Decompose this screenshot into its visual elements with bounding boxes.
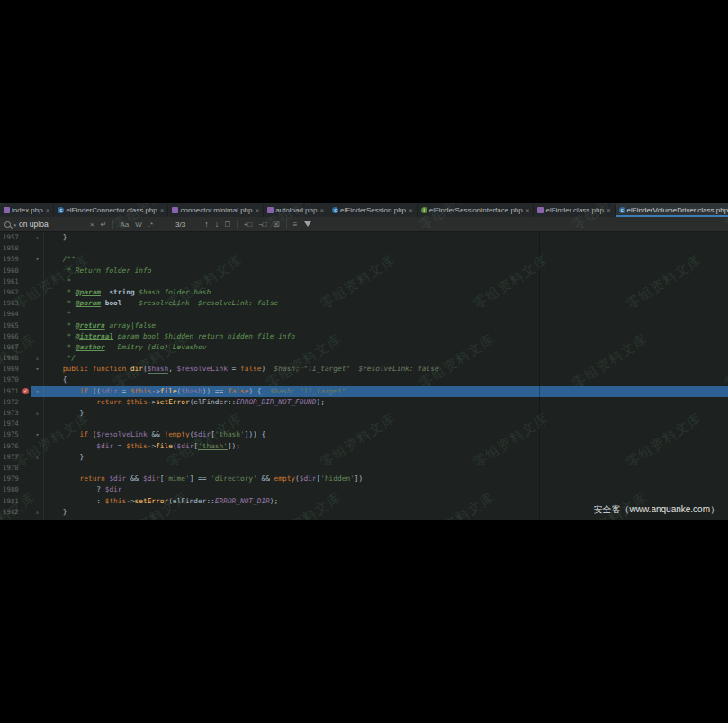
gutter-space[interactable]	[22, 452, 31, 463]
fold-up-icon[interactable]: ▵	[31, 452, 43, 463]
fold-down-icon[interactable]: ▿	[31, 386, 43, 397]
line-number[interactable]: 1977	[0, 452, 22, 463]
gutter-space[interactable]	[22, 484, 31, 495]
line-number[interactable]: 1962	[0, 287, 22, 298]
code-text[interactable]: return $this->setError(elFinder::ERROR_D…	[43, 397, 728, 408]
gutter-space[interactable]	[22, 254, 31, 265]
line-number[interactable]: 1965	[0, 321, 22, 331]
line-number[interactable]: 1982	[0, 507, 22, 518]
code-text[interactable]: *	[43, 276, 728, 287]
line-number[interactable]: 1983	[0, 518, 22, 520]
code-text[interactable]	[43, 463, 728, 474]
gutter-space[interactable]	[22, 287, 31, 298]
line-number[interactable]: 1968	[0, 353, 22, 364]
gutter-space[interactable]	[22, 232, 31, 243]
gutter-space[interactable]	[22, 397, 31, 408]
gutter-space[interactable]	[22, 353, 31, 364]
gutter-space[interactable]	[22, 342, 31, 353]
code-text[interactable]: ? $dir	[43, 484, 728, 495]
line-number[interactable]: 1967	[0, 342, 22, 353]
gutter-space[interactable]	[22, 518, 31, 520]
select-all-matches-button[interactable]: □	[225, 220, 229, 229]
fold-up-icon[interactable]: ▵	[31, 408, 43, 419]
code-text[interactable]: public function dir($hash, $resolveLink …	[43, 364, 728, 375]
fold-down-icon[interactable]: ▿	[31, 364, 43, 375]
tab-close-icon[interactable]: ×	[46, 207, 50, 214]
gutter-space[interactable]	[22, 276, 31, 287]
fold-up-icon[interactable]: ▵	[31, 507, 43, 518]
tab-close-icon[interactable]: ×	[319, 207, 324, 214]
add-selection-button[interactable]: +□	[244, 221, 253, 229]
code-text[interactable]: }	[43, 452, 728, 463]
code-text[interactable]: * Return folder info	[43, 266, 728, 276]
filter-icon[interactable]	[304, 221, 311, 227]
breakpoint-icon[interactable]: ✓	[22, 388, 29, 394]
tab-close-icon[interactable]: ×	[607, 207, 611, 214]
code-text[interactable]: {	[43, 375, 728, 385]
gutter-space[interactable]	[22, 375, 31, 385]
code-text[interactable]: /**	[43, 254, 728, 265]
tab-close-icon[interactable]: ×	[255, 207, 259, 214]
tab-close-icon[interactable]: ×	[526, 207, 530, 214]
tab-index.php[interactable]: index.php×	[0, 203, 54, 217]
gutter-space[interactable]	[22, 321, 31, 331]
gutter-space[interactable]	[22, 298, 31, 309]
code-text[interactable]: return $dir && $dir['mime'] == 'director…	[43, 474, 728, 484]
code-text[interactable]: * @param bool $resolveLink $resolveLink:…	[43, 298, 728, 309]
gutter-space[interactable]	[22, 243, 31, 254]
prev-match-button[interactable]: ↑	[204, 220, 209, 229]
gutter-space[interactable]	[22, 266, 31, 276]
gutter-space[interactable]	[22, 507, 31, 518]
gutter-space[interactable]	[22, 408, 31, 419]
whole-words-toggle[interactable]: W	[135, 221, 142, 229]
code-text[interactable]: * @param string $hash folder hash	[43, 287, 728, 298]
tab-connector.minimal.php[interactable]: connector.minimal.php×	[168, 203, 264, 217]
line-number[interactable]: 1979	[0, 474, 22, 484]
line-number[interactable]: 1963	[0, 298, 22, 309]
code-text[interactable]: * @author Dmitry (dio) Levashov	[43, 342, 728, 353]
gutter-space[interactable]	[22, 419, 31, 429]
line-number[interactable]: 1961	[0, 276, 22, 287]
gutter-space[interactable]	[22, 331, 31, 342]
gutter-space[interactable]	[22, 474, 31, 484]
tab-autoload.php[interactable]: autoload.php×	[264, 203, 328, 217]
line-number[interactable]: 1971	[0, 386, 22, 397]
newline-icon[interactable]: ↵	[101, 221, 107, 229]
line-number[interactable]: 1974	[0, 419, 22, 429]
tab-elFinder.class.php[interactable]: elFinder.class.php×	[534, 203, 615, 217]
line-number[interactable]: 1981	[0, 496, 22, 507]
regex-toggle[interactable]: .*	[148, 221, 153, 229]
line-number[interactable]: 1966	[0, 331, 22, 342]
code-text[interactable]: $dir = $this->file($dir['thash']);	[43, 441, 728, 452]
gutter-space[interactable]	[22, 441, 31, 452]
code-text[interactable]: }	[43, 408, 728, 419]
code-text[interactable]	[43, 419, 728, 429]
line-number[interactable]: 1970	[0, 375, 22, 385]
gutter-space[interactable]	[22, 463, 31, 474]
line-number[interactable]: 1959	[0, 254, 22, 265]
tab-elFinderConnector.class.php[interactable]: celFinderConnector.class.php×	[54, 203, 168, 217]
search-icon[interactable]: ▾	[4, 221, 13, 229]
select-occurrences-button[interactable]: ☒	[274, 221, 280, 229]
code-text[interactable]: */	[43, 353, 728, 364]
tab-close-icon[interactable]: ×	[160, 207, 165, 214]
tab-elFinderVolumeDriver.class.php[interactable]: celFinderVolumeDriver.class.php×	[616, 203, 728, 217]
code-text[interactable]: * @internal param bool $hidden return hi…	[43, 331, 728, 342]
line-number[interactable]: 1958	[0, 243, 22, 254]
code-text[interactable]	[43, 518, 728, 520]
code-editor[interactable]: 1957▵ }19581959▿ /**1960 * Return folder…	[0, 232, 728, 520]
tab-close-icon[interactable]: ×	[409, 207, 413, 214]
line-number[interactable]: 1972	[0, 397, 22, 408]
line-number[interactable]: 1980	[0, 484, 22, 495]
code-text[interactable]: *	[43, 309, 728, 320]
gutter-space[interactable]	[22, 496, 31, 507]
search-input[interactable]: on uploa	[19, 220, 84, 229]
fold-up-icon[interactable]: ▵	[31, 232, 43, 243]
code-text[interactable]: * @return array|false	[43, 321, 728, 331]
line-number[interactable]: 1960	[0, 266, 22, 276]
line-number[interactable]: 1973	[0, 408, 22, 419]
gutter-space[interactable]	[22, 429, 31, 440]
next-match-button[interactable]: ↓	[215, 220, 220, 229]
code-text[interactable]: if ($resolveLink && !empty($dir['thash']…	[43, 429, 728, 440]
line-number[interactable]: 1976	[0, 441, 22, 452]
